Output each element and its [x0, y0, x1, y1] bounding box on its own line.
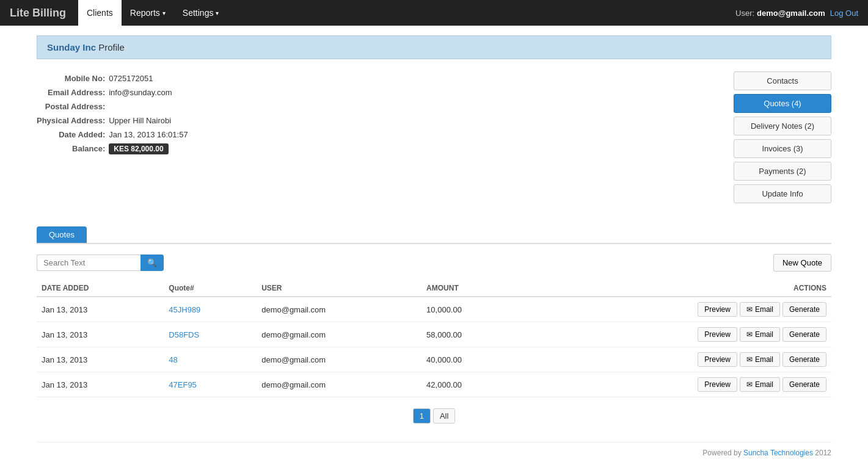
row-date-1: Jan 13, 2013: [37, 322, 164, 347]
quote-link-2[interactable]: 48: [169, 355, 177, 364]
table-row: Jan 13, 201347EF95demo@gmail.com42,000.0…: [37, 372, 831, 397]
quote-link-3[interactable]: 47EF95: [169, 380, 197, 389]
page-all-button[interactable]: All: [433, 408, 455, 424]
section-divider: [37, 243, 831, 244]
sidebar-btn-quotes[interactable]: Quotes (4): [734, 94, 831, 113]
row-amount-1: 58,000.00: [421, 322, 522, 347]
table-header-row: DATE ADDED Quote# USER AMOUNT ACTIONS: [37, 280, 831, 297]
profile-header: Sunday Inc Profile: [37, 35, 831, 59]
action-label-0-row-3: Preview: [704, 380, 731, 389]
action-label-1-row-1: Email: [755, 330, 773, 339]
col-actions: ACTIONS: [522, 280, 831, 297]
page-1-button[interactable]: 1: [413, 408, 431, 424]
action-label-2-row-2: Generate: [789, 355, 820, 364]
email-value: info@sunday.com: [109, 85, 192, 99]
sidebar-btn-update-info[interactable]: Update Info: [734, 184, 831, 203]
search-button[interactable]: 🔍: [140, 255, 164, 271]
quotes-table-body: Jan 13, 201345JH989demo@gmail.com10,000.…: [37, 297, 831, 397]
action-btn-preview-0[interactable]: Preview: [698, 302, 737, 317]
action-btn-preview-3[interactable]: Preview: [698, 377, 737, 392]
search-group: 🔍: [37, 255, 164, 271]
email-icon: ✉: [746, 330, 753, 339]
nav-reports[interactable]: Reports ▾: [122, 0, 174, 26]
action-btn-preview-2[interactable]: Preview: [698, 352, 737, 367]
row-user-1: demo@gmail.com: [257, 322, 421, 347]
quotes-section: Quotes 🔍 New Quote DATE ADDED Quote# USE…: [37, 214, 831, 424]
balance-badge: KES 82,000.00: [109, 143, 168, 154]
email-label: Email Address:: [37, 85, 109, 99]
table-row: Jan 13, 201348demo@gmail.com40,000.00Pre…: [37, 347, 831, 372]
action-label-1-row-3: Email: [755, 380, 773, 389]
reports-caret: ▾: [162, 10, 166, 16]
postal-label: Postal Address:: [37, 99, 109, 114]
client-info: Mobile No: 0725172051 Email Address: inf…: [37, 71, 721, 203]
row-actions-0: Preview✉EmailGenerate: [522, 297, 831, 322]
pagination: 1 All: [37, 408, 831, 424]
action-btn-generate-1[interactable]: Generate: [782, 327, 826, 342]
action-label-0-row-1: Preview: [704, 330, 731, 339]
action-btn-email-0[interactable]: ✉Email: [740, 302, 780, 317]
row-user-2: demo@gmail.com: [257, 347, 421, 372]
row-user-3: demo@gmail.com: [257, 372, 421, 397]
quotes-toolbar: 🔍 New Quote: [37, 254, 831, 272]
client-info-table: Mobile No: 0725172051 Email Address: inf…: [37, 71, 193, 156]
table-head: DATE ADDED Quote# USER AMOUNT ACTIONS: [37, 280, 831, 297]
action-label-2-row-1: Generate: [789, 330, 820, 339]
balance-value: KES 82,000.00: [109, 142, 192, 156]
quote-link-0[interactable]: 45JH989: [169, 305, 200, 314]
date-label: Date Added:: [37, 128, 109, 142]
row-actions-1: Preview✉EmailGenerate: [522, 322, 831, 347]
navbar: Lite Billing Clients Reports ▾ Settings …: [0, 0, 868, 26]
quotes-tab[interactable]: Quotes: [37, 226, 87, 243]
mobile-row: Mobile No: 0725172051: [37, 71, 193, 85]
search-input[interactable]: [37, 255, 140, 271]
sidebar-btn-contacts[interactable]: Contacts: [734, 71, 831, 90]
action-btn-generate-0[interactable]: Generate: [782, 302, 826, 317]
balance-row: Balance: KES 82,000.00: [37, 142, 193, 156]
action-btn-generate-2[interactable]: Generate: [782, 352, 826, 367]
row-date-3: Jan 13, 2013: [37, 372, 164, 397]
row-quote-num-1[interactable]: D58FDS: [164, 322, 257, 347]
row-amount-0: 10,000.00: [421, 297, 522, 322]
physical-value: Upper Hill Nairobi: [109, 114, 192, 128]
action-btn-email-3[interactable]: ✉Email: [740, 377, 780, 392]
nav-clients[interactable]: Clients: [78, 0, 122, 26]
date-value: Jan 13, 2013 16:01:57: [109, 128, 192, 142]
row-quote-num-2[interactable]: 48: [164, 347, 257, 372]
email-icon: ✉: [746, 355, 753, 364]
logout-link[interactable]: Log Out: [830, 9, 858, 18]
action-label-2-row-0: Generate: [789, 305, 820, 314]
row-user-0: demo@gmail.com: [257, 297, 421, 322]
app-brand: Lite Billing: [10, 7, 66, 20]
footer: Powered by Suncha Technologies 2012: [37, 442, 831, 457]
quotes-table: DATE ADDED Quote# USER AMOUNT ACTIONS Ja…: [37, 280, 831, 397]
footer-prefix: Powered by: [702, 449, 741, 457]
row-quote-num-3[interactable]: 47EF95: [164, 372, 257, 397]
sidebar-buttons: Contacts Quotes (4) Delivery Notes (2) I…: [734, 71, 831, 203]
postal-value: [109, 99, 192, 114]
action-btn-generate-3[interactable]: Generate: [782, 377, 826, 392]
nav-settings[interactable]: Settings ▾: [174, 0, 228, 26]
sidebar-btn-delivery-notes[interactable]: Delivery Notes (2): [734, 117, 831, 135]
sidebar-btn-invoices[interactable]: Invoices (3): [734, 139, 831, 158]
row-quote-num-0[interactable]: 45JH989: [164, 297, 257, 322]
action-btn-email-2[interactable]: ✉Email: [740, 352, 780, 367]
quote-link-1[interactable]: D58FDS: [169, 330, 199, 339]
col-amount: AMOUNT: [421, 280, 522, 297]
footer-company[interactable]: Suncha Technologies: [743, 449, 813, 457]
action-label-0-row-0: Preview: [704, 305, 731, 314]
search-icon: 🔍: [147, 258, 157, 267]
sidebar-btn-payments[interactable]: Payments (2): [734, 162, 831, 181]
new-quote-button[interactable]: New Quote: [773, 254, 831, 272]
navbar-user-area: User: demo@gmail.com Log Out: [735, 9, 858, 18]
table-row: Jan 13, 2013D58FDSdemo@gmail.com58,000.0…: [37, 322, 831, 347]
page-content: Sunday Inc Profile Mobile No: 0725172051…: [0, 26, 868, 467]
row-date-0: Jan 13, 2013: [37, 297, 164, 322]
balance-label: Balance:: [37, 142, 109, 156]
email-row: Email Address: info@sunday.com: [37, 85, 193, 99]
action-btn-email-1[interactable]: ✉Email: [740, 327, 780, 342]
mobile-value: 0725172051: [109, 71, 192, 85]
row-actions-3: Preview✉EmailGenerate: [522, 372, 831, 397]
action-label-0-row-2: Preview: [704, 355, 731, 364]
action-btn-preview-1[interactable]: Preview: [698, 327, 737, 342]
